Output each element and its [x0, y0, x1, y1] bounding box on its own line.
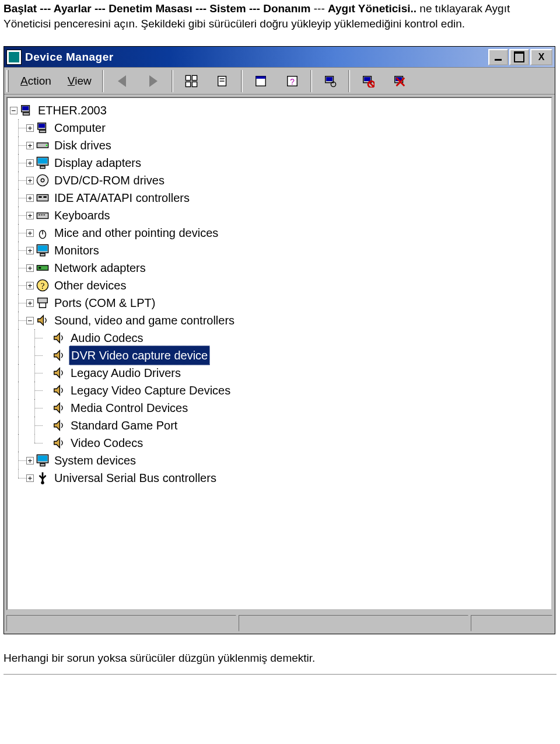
titlebar[interactable]: Device Manager X	[4, 47, 555, 68]
svg-rect-15	[364, 77, 370, 81]
port-icon	[36, 296, 49, 309]
inst-part-1: ---	[310, 2, 328, 15]
node-label[interactable]: Keyboards	[52, 206, 112, 225]
toolbar-show-hidden-icon[interactable]	[208, 70, 237, 92]
expander-icon[interactable]: +	[26, 212, 34, 219]
toolbar-separator-5	[348, 70, 350, 92]
svg-text:?: ?	[290, 77, 295, 86]
toolbar-disable-icon[interactable]	[354, 70, 383, 92]
node-label[interactable]: Media Control Devices	[69, 399, 190, 417]
forward-button[interactable]	[139, 70, 168, 92]
node-label[interactable]: Network adapters	[52, 259, 148, 277]
svg-rect-0	[186, 75, 190, 80]
tree-node-10[interactable]: +Ports (COM & LPT)	[10, 294, 549, 312]
network-icon	[36, 261, 49, 274]
expander-icon[interactable]: −	[10, 107, 18, 114]
close-button[interactable]: X	[530, 49, 552, 65]
toolbar-view-icon[interactable]	[177, 70, 206, 92]
tree-child-11-1[interactable]: DVR Video capture device	[10, 347, 549, 364]
svg-rect-2	[186, 82, 190, 86]
tree-child-11-0[interactable]: Audio Codecs	[10, 329, 549, 347]
device-manager-window: Device Manager X Action View ?	[4, 46, 555, 634]
tree-node-7[interactable]: +Monitors	[10, 242, 549, 259]
node-label[interactable]: IDE ATA/ATAPI controllers	[52, 188, 191, 207]
tree-child-11-3[interactable]: Legacy Video Capture Devices	[10, 382, 549, 399]
sound-icon	[52, 384, 65, 397]
expander-icon[interactable]: +	[26, 264, 34, 272]
menu-view[interactable]: View	[61, 72, 99, 90]
device-tree[interactable]: −ETHER.2003+Computer+Disk drives+Display…	[6, 97, 552, 610]
expander-icon[interactable]: +	[26, 282, 34, 289]
expander-icon[interactable]: +	[26, 142, 34, 149]
node-label[interactable]: Display adapters	[52, 153, 143, 172]
expander-icon[interactable]: +	[26, 177, 34, 184]
tree-node-8[interactable]: +Network adapters	[10, 259, 549, 277]
inst-part-2: Aygıt Yöneticisi..	[328, 2, 416, 15]
expander-icon[interactable]: +	[26, 124, 34, 132]
node-label[interactable]: Sound, video and game controllers	[52, 311, 236, 330]
tree-node-11[interactable]: −Sound, video and game controllers	[10, 312, 549, 329]
tree-node-4[interactable]: +IDE ATA/ATAPI controllers	[10, 189, 549, 207]
toolbar-help-icon[interactable]: ?	[278, 70, 307, 92]
node-label[interactable]: Universal Serial Bus controllers	[52, 469, 218, 487]
tree-node-5[interactable]: +Keyboards	[10, 207, 549, 224]
node-label[interactable]: Standard Game Port	[69, 416, 179, 435]
expander-icon[interactable]: +	[26, 299, 34, 307]
statusbar	[4, 613, 555, 634]
menu-action[interactable]: Action	[13, 72, 58, 90]
monitor-icon	[36, 156, 49, 169]
node-label[interactable]: System devices	[52, 451, 138, 470]
tree-node-3[interactable]: +DVD/CD-ROM drives	[10, 172, 549, 189]
node-label[interactable]: Legacy Video Capture Devices	[69, 381, 232, 400]
node-label[interactable]: Monitors	[52, 241, 101, 260]
footer-text: Herhangi bir sorun yoksa sürücüler düzgü…	[0, 634, 560, 670]
tree-node-13[interactable]: +Universal Serial Bus controllers	[10, 469, 549, 487]
tree-child-11-2[interactable]: Legacy Audio Drivers	[10, 364, 549, 382]
tree-child-11-6[interactable]: Video Codecs	[10, 434, 549, 452]
sound-icon	[36, 314, 49, 327]
maximize-button[interactable]	[509, 49, 529, 65]
sound-icon	[52, 401, 65, 414]
node-label[interactable]: Ports (COM & LPT)	[52, 294, 157, 312]
node-label[interactable]: Video Codecs	[69, 434, 145, 452]
tree-child-11-4[interactable]: Media Control Devices	[10, 399, 549, 417]
node-label[interactable]: Mice and other pointing devices	[52, 223, 220, 242]
expander-icon[interactable]: +	[26, 159, 34, 167]
tree-node-0[interactable]: +Computer	[10, 119, 549, 137]
node-label[interactable]: Legacy Audio Drivers	[69, 364, 183, 382]
expander-icon[interactable]: +	[26, 474, 34, 482]
node-label[interactable]: Disk drives	[52, 136, 113, 155]
tree-node-6[interactable]: +Mice and other pointing devices	[10, 224, 549, 242]
tree-node-1[interactable]: +Disk drives	[10, 137, 549, 154]
cd-icon	[36, 174, 49, 187]
toolbar-properties-icon[interactable]	[246, 70, 275, 92]
expander-icon[interactable]: −	[26, 317, 34, 324]
sound-icon	[52, 349, 65, 362]
node-label[interactable]: Computer	[52, 118, 107, 137]
expander-icon[interactable]: +	[26, 247, 34, 254]
controller-icon	[36, 191, 49, 204]
node-label[interactable]: Other devices	[52, 276, 128, 295]
toolbar: Action View ?	[4, 68, 555, 95]
node-label[interactable]: ETHER.2003	[36, 101, 108, 120]
tree-child-11-5[interactable]: Standard Game Port	[10, 417, 549, 434]
tree-root[interactable]: −ETHER.2003	[10, 102, 549, 119]
inst-part-0: Başlat --- Ayarlar --- Denetim Masası --…	[4, 2, 310, 15]
expander-icon[interactable]: +	[26, 457, 34, 464]
toolbar-uninstall-icon[interactable]	[385, 70, 414, 92]
node-label[interactable]: DVD/CD-ROM drives	[52, 171, 166, 190]
status-cell-2	[239, 615, 468, 631]
tree-node-9[interactable]: +Other devices	[10, 277, 549, 294]
node-label[interactable]: Audio Codecs	[69, 329, 145, 347]
minimize-button[interactable]	[488, 49, 508, 65]
toolbar-grip	[6, 70, 9, 92]
tree-node-12[interactable]: +System devices	[10, 452, 549, 469]
expander-icon[interactable]: +	[26, 194, 34, 202]
expander-icon[interactable]: +	[26, 229, 34, 237]
node-label[interactable]: DVR Video capture device	[69, 345, 210, 365]
toolbar-scan-icon[interactable]	[316, 70, 345, 92]
toolbar-separator-4	[310, 70, 312, 92]
tree-node-2[interactable]: +Display adapters	[10, 154, 549, 172]
sound-icon	[52, 419, 65, 432]
back-button[interactable]	[107, 70, 136, 92]
